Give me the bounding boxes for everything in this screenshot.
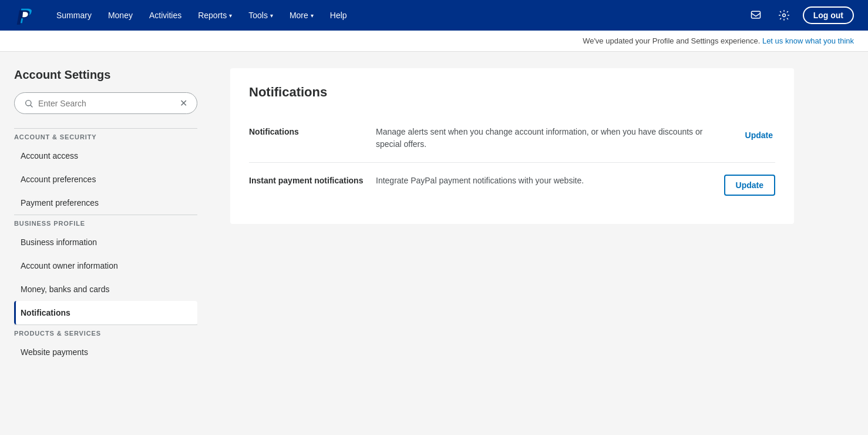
nav-help[interactable]: Help (323, 7, 354, 24)
nav-reports[interactable]: Reports ▾ (191, 7, 239, 24)
search-icon (24, 99, 33, 108)
update-banner: We've updated your Profile and Settings … (0, 31, 868, 52)
sidebar-item-account-access[interactable]: Account access (14, 144, 197, 168)
sidebar-item-notifications[interactable]: Notifications (14, 301, 197, 324)
settings-button[interactable] (775, 6, 793, 25)
instant-payment-label: Instant payment notifications (249, 175, 366, 185)
messages-button[interactable] (746, 6, 765, 25)
banner-text: We've updated your Profile and Settings … (583, 36, 760, 45)
svg-rect-0 (751, 11, 760, 18)
nav-more[interactable]: More ▾ (282, 7, 321, 24)
page-layout: Account Settings ✕ Account & Security Ac… (0, 52, 868, 432)
notifications-label: Notifications (249, 126, 366, 136)
nav-links: Summary Money Activities Reports ▾ Tools… (49, 7, 746, 24)
tools-chevron-icon: ▾ (270, 12, 273, 19)
sidebar: Account Settings ✕ Account & Security Ac… (0, 52, 211, 432)
search-box: ✕ (14, 92, 197, 114)
instant-payment-description: Integrate PayPal payment notifications w… (376, 175, 707, 187)
page-title: Notifications (249, 85, 775, 100)
sidebar-title: Account Settings (14, 68, 197, 82)
notifications-update-button[interactable]: Update (743, 126, 775, 145)
notifications-row: Notifications Manage alerts sent when yo… (249, 114, 775, 163)
sidebar-item-money-banks-cards[interactable]: Money, banks and cards (14, 277, 197, 301)
search-clear-icon[interactable]: ✕ (180, 98, 187, 109)
reports-chevron-icon: ▾ (229, 12, 232, 19)
banner-link[interactable]: Let us know what you think (762, 36, 854, 45)
navbar: Summary Money Activities Reports ▾ Tools… (0, 0, 868, 31)
search-input[interactable] (38, 99, 175, 108)
section-account-security: Account & Security (14, 128, 197, 144)
messages-icon (750, 9, 762, 21)
notifications-description: Manage alerts sent when you change accou… (376, 126, 707, 150)
more-chevron-icon: ▾ (311, 12, 314, 19)
instant-payment-action: Update (716, 175, 775, 196)
nav-tools[interactable]: Tools ▾ (241, 7, 280, 24)
instant-payment-row: Instant payment notifications Integrate … (249, 163, 775, 208)
content-card: Notifications Notifications Manage alert… (230, 68, 794, 224)
navbar-actions: Log out (746, 6, 854, 25)
instant-payment-update-button[interactable]: Update (724, 175, 775, 196)
paypal-logo (14, 5, 35, 26)
nav-activities[interactable]: Activities (142, 7, 189, 24)
section-products-services: Products & Services (14, 324, 197, 340)
sidebar-item-business-information[interactable]: Business information (14, 230, 197, 254)
nav-summary[interactable]: Summary (49, 7, 99, 24)
svg-point-1 (782, 14, 785, 17)
main-content: Notifications Notifications Manage alert… (211, 52, 868, 432)
sidebar-item-account-preferences[interactable]: Account preferences (14, 168, 197, 191)
nav-money[interactable]: Money (101, 7, 140, 24)
logout-button[interactable]: Log out (803, 6, 854, 24)
notifications-action: Update (716, 126, 775, 145)
sidebar-item-account-owner-information[interactable]: Account owner information (14, 254, 197, 277)
sidebar-item-payment-preferences[interactable]: Payment preferences (14, 191, 197, 215)
gear-icon (778, 9, 790, 21)
section-business-profile: Business Profile (14, 215, 197, 230)
sidebar-item-website-payments[interactable]: Website payments (14, 340, 197, 364)
